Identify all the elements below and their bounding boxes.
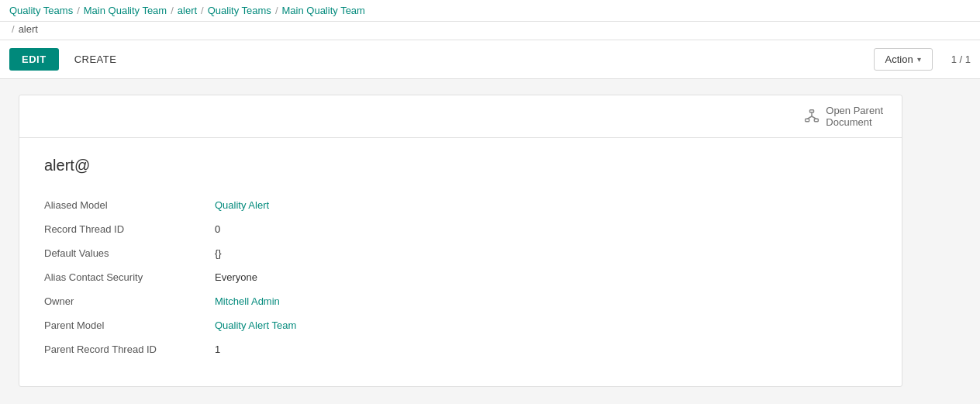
value-default-values: {} xyxy=(215,241,509,265)
value-owner[interactable]: Mitchell Admin xyxy=(215,289,509,313)
edit-button[interactable]: EDIT xyxy=(9,48,59,71)
value-aliased-model[interactable]: Quality Alert xyxy=(215,193,509,217)
breadcrumb-sep-1: / xyxy=(77,5,80,16)
value-record-thread-id: 0 xyxy=(215,217,509,241)
breadcrumb-main-quality-team-2[interactable]: Main Quality Team xyxy=(282,5,365,16)
label-aliased-model: Aliased Model xyxy=(44,193,215,217)
breadcrumb-sep-4: / xyxy=(275,5,278,16)
card-body: alert@ Aliased Model Quality Alert Recor… xyxy=(19,138,902,386)
label-default-values: Default Values xyxy=(44,241,215,265)
svg-line-4 xyxy=(807,116,812,119)
svg-line-5 xyxy=(812,116,816,119)
action-label: Action xyxy=(885,54,913,65)
record-card: Open Parent Document alert@ Aliased Mode… xyxy=(19,95,902,387)
breadcrumb-bar: Quality Teams / Main Quality Team / aler… xyxy=(0,0,980,22)
breadcrumb-quality-teams-1[interactable]: Quality Teams xyxy=(9,5,73,16)
breadcrumb-sep-3: / xyxy=(201,5,204,16)
breadcrumb-sub-bar: / alert xyxy=(0,22,980,40)
label-record-thread-id: Record Thread ID xyxy=(44,217,215,241)
breadcrumb-alert[interactable]: alert xyxy=(178,5,197,16)
record-title: alert@ xyxy=(44,157,877,174)
label-parent-model: Parent Model xyxy=(44,313,215,337)
open-parent-label: Open Parent Document xyxy=(826,105,883,128)
label-alias-contact-security: Alias Contact Security xyxy=(44,265,215,289)
hierarchy-icon xyxy=(804,109,820,124)
value-alias-contact-security: Everyone xyxy=(215,265,509,289)
card-header: Open Parent Document xyxy=(19,95,902,138)
pagination: 1 / 1 xyxy=(951,54,971,65)
breadcrumb-main-quality-team[interactable]: Main Quality Team xyxy=(84,5,167,16)
breadcrumb-sub-sep: / xyxy=(12,23,15,35)
breadcrumb-sep-2: / xyxy=(171,5,174,16)
action-button[interactable]: Action ▾ xyxy=(874,48,933,71)
label-owner: Owner xyxy=(44,289,215,313)
fields-table: Aliased Model Quality Alert Record Threa… xyxy=(44,193,509,361)
toolbar: EDIT CREATE Action ▾ 1 / 1 xyxy=(0,40,980,79)
label-parent-record-thread-id: Parent Record Thread ID xyxy=(44,337,215,361)
breadcrumb-sub-label: alert xyxy=(19,23,38,35)
create-button[interactable]: CREATE xyxy=(65,48,126,71)
open-parent-button[interactable]: Open Parent Document xyxy=(798,102,889,131)
value-parent-model[interactable]: Quality Alert Team xyxy=(215,313,509,337)
page-content: Open Parent Document alert@ Aliased Mode… xyxy=(0,79,980,402)
value-parent-record-thread-id: 1 xyxy=(215,337,509,361)
breadcrumb-quality-teams-2[interactable]: Quality Teams xyxy=(208,5,271,16)
action-dropdown-arrow: ▾ xyxy=(917,55,921,64)
